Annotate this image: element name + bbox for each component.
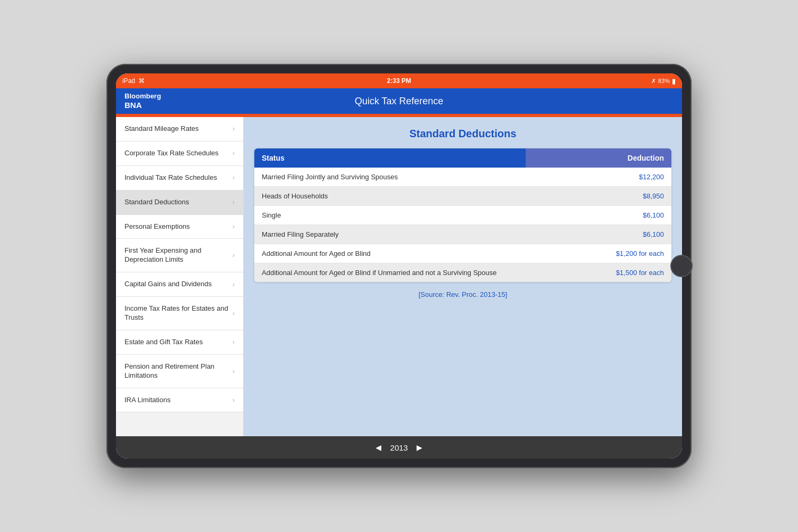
bottom-nav: ◀ 2013 ▶ xyxy=(116,436,682,459)
table-cell-status: Married Filing Jointly and Surviving Spo… xyxy=(254,168,526,187)
sidebar-item-individual-tax-rate-schedules[interactable]: Individual Tax Rate Schedules › xyxy=(116,166,243,190)
sidebar-item-income-tax-estates-trusts[interactable]: Income Tax Rates for Estates and Trusts … xyxy=(116,297,243,330)
status-left: iPad ⌘ xyxy=(122,77,145,85)
home-button[interactable] xyxy=(670,255,693,277)
col-header-status: Status xyxy=(254,148,526,168)
chevron-icon: › xyxy=(232,338,235,346)
device-frame: iPad ⌘ 2:33 PM ✗ 83% ▮ Bloomberg BNA Qui… xyxy=(106,64,692,468)
sidebar-item-label: Personal Exemptions xyxy=(124,222,228,231)
sidebar-item-standard-mileage-rates[interactable]: Standard Mileage Rates › xyxy=(116,117,243,142)
battery-label: 83% xyxy=(658,78,670,84)
table-row: Married Filing Jointly and Surviving Spo… xyxy=(254,168,671,187)
sidebar-item-first-year-expensing[interactable]: First Year Expensing and Depreciation Li… xyxy=(116,239,243,272)
sidebar-item-label: Estate and Gift Tax Rates xyxy=(124,338,228,347)
sidebar-item-pension-retirement-limitations[interactable]: Pension and Retirement Plan Limitations … xyxy=(116,355,243,388)
chevron-icon: › xyxy=(232,310,235,317)
chevron-icon: › xyxy=(232,252,235,259)
header-bar: Bloomberg BNA Quick Tax Reference xyxy=(116,88,682,114)
status-right: ✗ 83% ▮ xyxy=(651,77,676,85)
table-cell-deduction: $1,500 for each xyxy=(526,263,671,282)
table-cell-deduction: $1,200 for each xyxy=(526,244,671,263)
right-panel: Standard Deductions Status Deduction Mar… xyxy=(244,117,682,436)
brand-logo: Bloomberg BNA xyxy=(124,92,161,110)
bluetooth-icon: ✗ xyxy=(651,78,656,85)
brand-line2: BNA xyxy=(124,101,161,110)
table-cell-deduction: $6,100 xyxy=(526,225,671,244)
chevron-icon: › xyxy=(232,125,235,132)
chevron-icon: › xyxy=(232,368,235,375)
sidebar-item-label: IRA Limitations xyxy=(124,396,228,405)
table-row: Additional Amount for Aged or Blind if U… xyxy=(254,263,671,282)
sidebar-item-label: Standard Mileage Rates xyxy=(124,124,228,134)
table-cell-status: Heads of Households xyxy=(254,187,526,206)
chevron-icon: › xyxy=(232,174,235,181)
right-panel-content: Standard Deductions Status Deduction Mar… xyxy=(244,117,682,436)
chevron-icon: › xyxy=(232,223,235,230)
chevron-icon: › xyxy=(232,396,235,404)
main-content: Standard Mileage Rates › Corporate Tax R… xyxy=(116,117,682,436)
table-row: Married Filing Separately$6,100 xyxy=(254,225,671,244)
sidebar-item-label: Standard Deductions xyxy=(124,198,228,207)
sidebar-item-label: Capital Gains and Dividends xyxy=(124,280,228,289)
sidebar-item-personal-exemptions[interactable]: Personal Exemptions › xyxy=(116,215,243,239)
table-cell-status: Married Filing Separately xyxy=(254,225,526,244)
battery-icon: ▮ xyxy=(672,77,676,85)
table-row: Heads of Households$8,950 xyxy=(254,187,671,206)
sidebar-item-label: Pension and Retirement Plan Limitations xyxy=(124,362,228,380)
chevron-icon: › xyxy=(232,198,235,206)
table-row: Single$6,100 xyxy=(254,206,671,225)
sidebar: Standard Mileage Rates › Corporate Tax R… xyxy=(116,117,244,436)
sidebar-item-label: Corporate Tax Rate Schedules xyxy=(124,149,228,158)
deductions-table: Status Deduction Married Filing Jointly … xyxy=(254,148,671,282)
table-cell-status: Additional Amount for Aged or Blind if U… xyxy=(254,263,526,282)
status-time: 2:33 PM xyxy=(387,77,411,85)
year-nav: ◀ 2013 ▶ xyxy=(376,443,422,452)
sidebar-item-corporate-tax-rate-schedules[interactable]: Corporate Tax Rate Schedules › xyxy=(116,142,243,166)
sidebar-item-estate-gift-tax-rates[interactable]: Estate and Gift Tax Rates › xyxy=(116,330,243,355)
sidebar-item-standard-deductions[interactable]: Standard Deductions › xyxy=(116,190,243,215)
status-bar: iPad ⌘ 2:33 PM ✗ 83% ▮ xyxy=(116,73,682,88)
table-cell-status: Single xyxy=(254,206,526,225)
sidebar-item-label: First Year Expensing and Depreciation Li… xyxy=(124,246,228,264)
sidebar-item-label: Individual Tax Rate Schedules xyxy=(124,173,228,182)
wifi-icon: ⌘ xyxy=(138,77,145,85)
table-cell-deduction: $12,200 xyxy=(526,168,671,187)
chevron-icon: › xyxy=(232,281,235,288)
table-cell-status: Additional Amount for Aged or Blind xyxy=(254,244,526,263)
next-year-button[interactable]: ▶ xyxy=(417,443,422,452)
header-title: Quick Tax Reference xyxy=(355,96,444,107)
table-cell-deduction: $8,950 xyxy=(526,187,671,206)
sidebar-item-ira-limitations[interactable]: IRA Limitations › xyxy=(116,388,243,413)
section-title: Standard Deductions xyxy=(254,128,671,140)
sidebar-item-capital-gains-dividends[interactable]: Capital Gains and Dividends › xyxy=(116,272,243,297)
table-row: Additional Amount for Aged or Blind$1,20… xyxy=(254,244,671,263)
table-cell-deduction: $6,100 xyxy=(526,206,671,225)
device-screen: iPad ⌘ 2:33 PM ✗ 83% ▮ Bloomberg BNA Qui… xyxy=(116,73,682,459)
chevron-icon: › xyxy=(232,149,235,157)
device-name-label: iPad xyxy=(122,77,135,85)
prev-year-button[interactable]: ◀ xyxy=(376,443,381,452)
source-citation: [Source: Rev. Proc. 2013-15] xyxy=(254,290,671,298)
brand-line1: Bloomberg xyxy=(124,92,161,101)
col-header-deduction: Deduction xyxy=(526,148,671,168)
year-label: 2013 xyxy=(390,443,408,452)
sidebar-item-label: Income Tax Rates for Estates and Trusts xyxy=(124,304,228,322)
